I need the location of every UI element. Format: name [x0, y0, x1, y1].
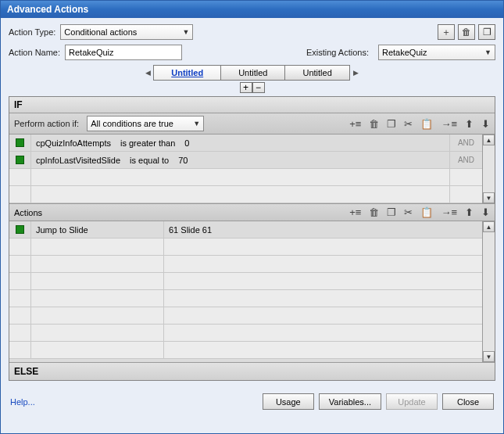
move-down-icon[interactable]: ⬇ [481, 118, 490, 130]
empty-row[interactable] [9, 239, 482, 256]
else-header[interactable]: ELSE [9, 362, 495, 380]
action-row-target[interactable]: 61 Slide 61 [164, 225, 482, 235]
actions-header: Actions [14, 208, 42, 217]
perform-if-value: All conditions are true [91, 119, 173, 128]
condition-variable: cpInfoLastVisitedSlide [36, 156, 120, 165]
scroll-down-icon[interactable]: ▼ [483, 192, 495, 203]
condition-variable: cpQuizInfoAttempts [36, 138, 111, 148]
action-row-action[interactable]: Jump to Slide [31, 221, 164, 238]
tab-next-button[interactable]: ▶ [350, 65, 363, 81]
cut-row-icon[interactable]: ✂ [404, 206, 413, 218]
action-type-value: Conditional actions [64, 27, 137, 37]
perform-if-label: Perform action if: [14, 119, 79, 128]
condition-operator: is equal to [130, 156, 169, 165]
actions-scrollbar[interactable]: ▲ ▼ [482, 221, 495, 362]
action-name-input[interactable]: RetakeQuiz [65, 45, 182, 60]
empty-row[interactable] [9, 325, 482, 342]
existing-actions-label: Existing Actions: [306, 48, 369, 57]
delete-action-button[interactable]: 🗑 [458, 24, 475, 40]
existing-actions-value: RetakeQuiz [382, 48, 427, 57]
condition-operator: is greater than [120, 138, 175, 148]
empty-row[interactable] [9, 290, 482, 307]
window-title: Advanced Actions [1, 1, 503, 18]
remove-decision-button[interactable]: − [252, 82, 265, 93]
add-action-button[interactable]: ＋ [438, 24, 455, 40]
empty-row[interactable] [9, 186, 482, 203]
help-link[interactable]: Help... [10, 397, 35, 407]
empty-row[interactable] [9, 169, 482, 186]
cut-row-icon[interactable]: ✂ [404, 118, 413, 130]
tab-item[interactable]: Untitled [153, 65, 221, 81]
row-status-icon [16, 225, 24, 234]
paste-row-icon[interactable]: 📋 [420, 206, 433, 218]
copy-row-icon[interactable]: ❐ [387, 118, 396, 130]
action-name-label: Action Name: [9, 48, 60, 57]
decision-tabs: ◀ Untitled Untitled Untitled ▶ [9, 65, 495, 81]
empty-row[interactable] [9, 273, 482, 290]
add-row-icon[interactable]: +≡ [349, 206, 361, 218]
scroll-down-icon[interactable]: ▼ [483, 351, 495, 362]
move-up-icon[interactable]: ⬆ [465, 206, 474, 218]
condition-connector[interactable]: AND [449, 152, 482, 168]
move-down-icon[interactable]: ⬇ [481, 206, 490, 218]
usage-button[interactable]: Usage [263, 393, 314, 410]
condition-value: 70 [178, 156, 188, 165]
update-button[interactable]: Update [386, 393, 438, 410]
action-type-select[interactable]: Conditional actions ▼ [60, 24, 193, 40]
scroll-up-icon[interactable]: ▲ [483, 221, 495, 232]
delete-row-icon[interactable]: 🗑 [369, 206, 379, 218]
copy-row-icon[interactable]: ❐ [387, 206, 396, 218]
empty-row[interactable] [9, 307, 482, 325]
condition-value: 0 [184, 138, 189, 148]
insert-row-icon[interactable]: →≡ [441, 118, 457, 130]
add-decision-button[interactable]: + [240, 82, 252, 93]
close-button[interactable]: Close [442, 393, 494, 410]
tab-item[interactable]: Untitled [220, 65, 285, 81]
condition-row[interactable]: cpQuizInfoAttempts is greater than 0 [31, 138, 449, 148]
row-status-icon [16, 156, 24, 164]
paste-row-icon[interactable]: 📋 [420, 118, 433, 130]
insert-row-icon[interactable]: →≡ [441, 206, 457, 218]
action-name-value: RetakeQuiz [69, 48, 113, 57]
existing-actions-select[interactable]: RetakeQuiz ▼ [378, 45, 495, 60]
row-status-icon [16, 138, 24, 147]
delete-row-icon[interactable]: 🗑 [369, 118, 379, 130]
condition-connector[interactable]: AND [449, 135, 482, 151]
tab-item[interactable]: Untitled [284, 65, 349, 81]
duplicate-action-button[interactable]: ❐ [478, 24, 495, 40]
move-up-icon[interactable]: ⬆ [465, 118, 474, 130]
empty-row[interactable] [9, 256, 482, 273]
perform-if-select[interactable]: All conditions are true ▼ [87, 116, 204, 131]
chevron-down-icon: ▼ [484, 48, 491, 56]
chevron-down-icon: ▼ [193, 120, 200, 127]
scroll-up-icon[interactable]: ▲ [483, 135, 495, 145]
chevron-down-icon: ▼ [182, 28, 189, 36]
tab-prev-button[interactable]: ◀ [141, 65, 154, 81]
action-type-label: Action Type: [9, 27, 55, 37]
if-header: IF [9, 97, 495, 113]
empty-row[interactable] [9, 342, 482, 359]
condition-row[interactable]: cpInfoLastVisitedSlide is equal to 70 [31, 156, 449, 165]
variables-button[interactable]: Variables... [319, 393, 381, 410]
add-row-icon[interactable]: +≡ [349, 118, 361, 130]
conditions-scrollbar[interactable]: ▲ ▼ [482, 135, 495, 203]
